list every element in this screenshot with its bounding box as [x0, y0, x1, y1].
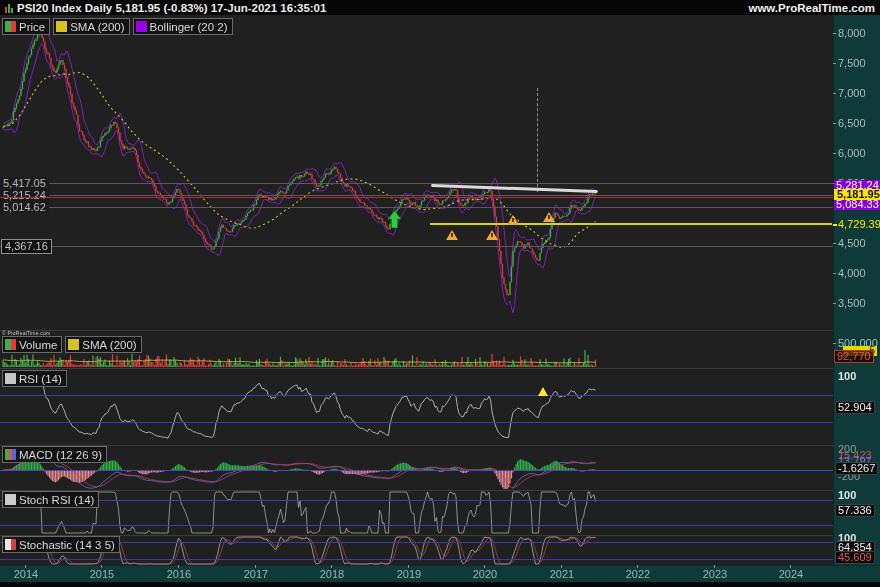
volume-last-value: 92,770 — [834, 350, 874, 363]
dashed-vertical-line[interactable] — [537, 88, 538, 192]
legend-label: Stoch RSI (14) — [19, 494, 94, 506]
legend-swatch — [56, 21, 67, 32]
legend-swatch — [136, 21, 147, 32]
year-tick — [484, 565, 485, 568]
warning-triangle-marker[interactable] — [486, 230, 498, 240]
legend-label: Price — [19, 21, 45, 33]
stochrsi-reference-line — [0, 525, 833, 526]
rsi-last-value: 52.904 — [835, 401, 875, 414]
year-tick — [178, 565, 179, 568]
legend-price-price[interactable]: Price — [2, 18, 50, 35]
support-level-line[interactable] — [0, 246, 833, 247]
legend-macd-macd-12-26-9-[interactable]: MACD (12 26 9) — [2, 446, 107, 463]
panel-separator[interactable] — [0, 445, 833, 446]
year-tick — [255, 565, 256, 568]
warning-triangle-marker[interactable] — [446, 230, 458, 240]
year-tick — [790, 565, 791, 568]
exclamation-mark — [491, 233, 493, 237]
price-tick-7500: 7,500 — [838, 58, 866, 69]
year-label-2023[interactable]: 2023 — [700, 568, 730, 580]
support-level-line[interactable] — [0, 183, 833, 184]
year-tick — [408, 565, 409, 568]
legend-volume-volume[interactable]: Volume — [2, 336, 62, 353]
rsi-reference-line — [0, 422, 833, 423]
level-label-5215: 5,215.24 — [0, 189, 49, 201]
legend-label: SMA (200) — [82, 339, 136, 351]
yellow-level-value: 4,729.39 — [838, 219, 880, 230]
year-tick — [331, 565, 332, 568]
rsi-tick-100: 100 — [838, 371, 856, 382]
macd-zero-line — [0, 470, 833, 471]
year-label-2020[interactable]: 2020 — [470, 568, 500, 580]
level-label-5014: 5,014.62 — [0, 201, 49, 213]
legend-swatch — [68, 339, 79, 350]
price-tick-6500: 6,500 — [838, 118, 866, 129]
yellow-horizontal-line[interactable] — [430, 223, 832, 225]
legend-price-bollinger-20-2-[interactable]: Bollinger (20 2) — [133, 18, 233, 35]
current-price-line — [0, 197, 833, 198]
support-level-line[interactable] — [0, 195, 833, 196]
panel-separator[interactable] — [0, 368, 833, 369]
stochastic-d-value: 45.609 — [835, 551, 875, 564]
price-tick-3500: 3,500 — [838, 298, 866, 309]
instrument-chart-icon — [5, 3, 13, 13]
year-tick — [101, 565, 102, 568]
rsi-signal-triangle[interactable] — [538, 387, 548, 396]
legend-label: Bollinger (20 2) — [150, 21, 228, 33]
stochastic-reference-line — [0, 559, 833, 560]
year-label-2017[interactable]: 2017 — [241, 568, 271, 580]
legend-volume-sma-200-[interactable]: SMA (200) — [65, 336, 141, 353]
legend-swatch — [5, 449, 16, 460]
year-label-2015[interactable]: 2015 — [87, 568, 117, 580]
legend-label: SMA (200) — [70, 21, 124, 33]
price-tick-6000: 6,000 — [838, 148, 866, 159]
support-level-line[interactable] — [0, 207, 833, 208]
year-label-2019[interactable]: 2019 — [394, 568, 424, 580]
legend-row-macd: MACD (12 26 9) — [2, 446, 107, 463]
panel-separator[interactable] — [0, 490, 833, 491]
price-tick-8000: 8,000 — [838, 28, 866, 39]
warning-triangle-marker[interactable] — [507, 215, 519, 225]
green-up-arrow-marker[interactable] — [388, 211, 401, 228]
legend-row-stochastic: Stochastic (14 3 5) — [2, 536, 120, 553]
price-tick-4000: 4,000 — [838, 268, 866, 279]
legend-swatch — [5, 494, 16, 505]
legend-row-price: PriceSMA (200)Bollinger (20 2) — [2, 18, 233, 35]
bollinger-lower-value: 5,084.33 — [834, 199, 880, 210]
legend-swatch — [5, 21, 16, 32]
chart-canvas[interactable] — [0, 0, 880, 587]
year-tick — [714, 565, 715, 568]
exclamation-mark — [451, 233, 453, 237]
legend-swatch — [5, 339, 16, 350]
legend-row-volume: VolumeSMA (200) — [2, 336, 142, 353]
rsi-reference-line — [0, 395, 833, 396]
year-label-2016[interactable]: 2016 — [164, 568, 194, 580]
legend-label: RSI (14) — [19, 373, 62, 385]
year-tick — [25, 565, 26, 568]
year-tick — [561, 565, 562, 568]
price-tick-7000: 7,000 — [838, 88, 866, 99]
year-label-2021[interactable]: 2021 — [547, 568, 577, 580]
price-tick-4500: 4,500 — [838, 238, 866, 249]
year-label-2014[interactable]: 2014 — [11, 568, 41, 580]
stochastic-reference-line — [0, 542, 833, 543]
panel-separator[interactable] — [0, 330, 833, 331]
level-label-4367: 4,367.16 — [1, 239, 52, 254]
legend-price-sma-200-[interactable]: SMA (200) — [53, 18, 129, 35]
exclamation-mark — [512, 218, 514, 222]
level-label-5417: 5,417.05 — [0, 177, 49, 189]
legend-row-stochrsi: Stoch RSI (14) — [2, 491, 99, 508]
prorealtime-site-link[interactable]: www.ProRealTime.com — [748, 2, 875, 14]
year-tick — [637, 565, 638, 568]
year-label-2022[interactable]: 2022 — [623, 568, 653, 580]
year-label-2024[interactable]: 2024 — [776, 568, 806, 580]
title-bar: PSI20 Index Daily 5,181.95 (-0.83%) 17-J… — [0, 0, 880, 15]
legend-stochastic-stochastic-14-3-5-[interactable]: Stochastic (14 3 5) — [2, 536, 120, 553]
last-price-value: 5,181.95 — [834, 189, 880, 200]
legend-stochrsi-stoch-rsi-14-[interactable]: Stoch RSI (14) — [2, 491, 99, 508]
legend-rsi-rsi-14-[interactable]: RSI (14) — [2, 370, 67, 387]
year-label-2018[interactable]: 2018 — [317, 568, 347, 580]
warning-triangle-marker[interactable] — [543, 212, 555, 222]
legend-row-rsi: RSI (14) — [2, 370, 67, 387]
panel-separator[interactable] — [0, 535, 833, 536]
